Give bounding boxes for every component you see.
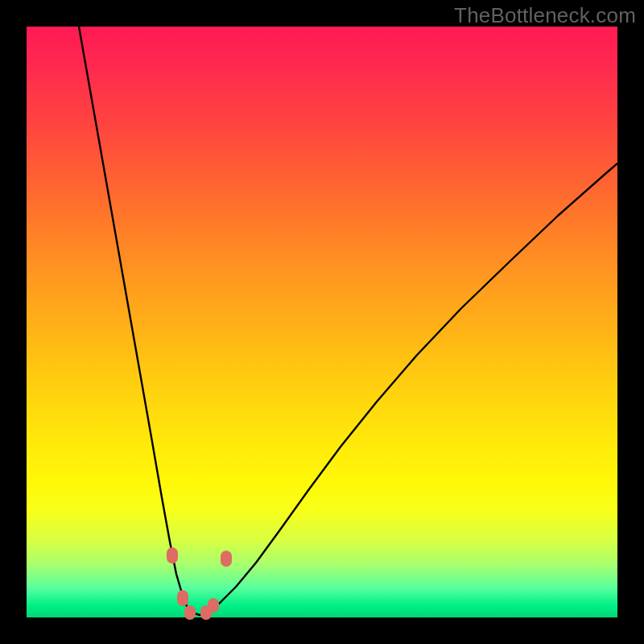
marker-left-lower xyxy=(177,590,188,606)
marker-bottom-left xyxy=(184,605,196,620)
chart-overlay xyxy=(27,27,617,617)
watermark-text: TheBottleneck.com xyxy=(454,3,636,28)
marker-right-upper xyxy=(221,551,232,567)
marker-right-lower xyxy=(208,598,219,613)
marker-left-upper xyxy=(167,547,178,564)
chart-frame: TheBottleneck.com xyxy=(0,0,644,644)
bottleneck-v-curve xyxy=(79,27,617,615)
